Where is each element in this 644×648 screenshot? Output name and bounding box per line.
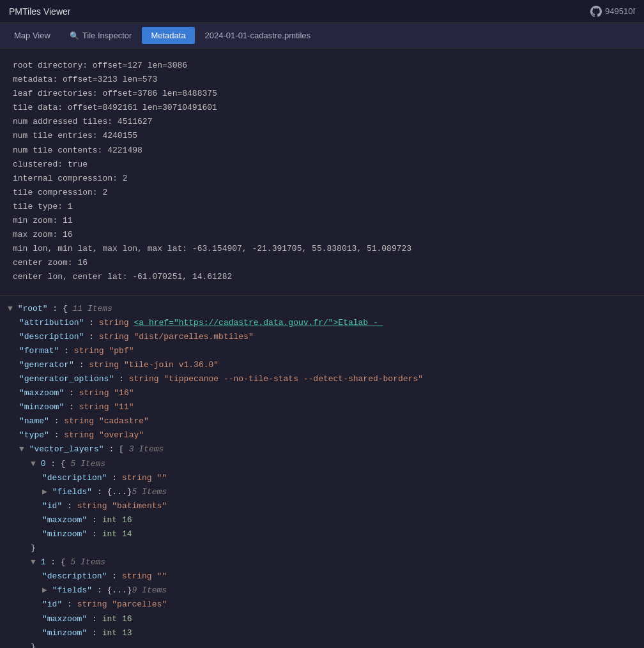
- metadata-line-7: num tile contents: 4221498: [13, 144, 631, 158]
- layer0-toggle[interactable]: ▼: [31, 459, 36, 469]
- layer0-minzoom: "minzoom" : int 14: [8, 527, 636, 541]
- root-count: 11 Items: [73, 304, 112, 313]
- vector-layers-line: ▼ "vector_layers" : [ 3 Items: [8, 442, 636, 456]
- description-line: "description" : string "dist/parcelles.m…: [8, 330, 636, 344]
- metadata-line-9: internal compression: 2: [13, 172, 631, 186]
- metadata-line-5: num addressed tiles: 4511627: [13, 115, 631, 129]
- navbar: Map View 🔍 Tile Inspector Metadata 2024-…: [0, 23, 644, 49]
- layer0-fields: ▶ "fields" : {...}5 Items: [8, 485, 636, 499]
- vector-layers-toggle[interactable]: ▼: [19, 444, 24, 454]
- layer0-maxzoom: "maxzoom" : int 16: [8, 513, 636, 527]
- metadata-line-8: clustered: true: [13, 158, 631, 172]
- root-toggle[interactable]: ▼: [8, 304, 13, 313]
- metadata-line-3: leaf directories: offset=3786 len=848837…: [13, 87, 631, 101]
- tab-metadata-label: Metadata: [151, 31, 185, 40]
- root-line: ▼ "root" : { 11 Items: [8, 302, 636, 316]
- tab-map-view[interactable]: Map View: [5, 27, 59, 44]
- tab-file: 2024-01-01-cadastre.pmtiles: [196, 27, 319, 44]
- format-line: "format" : string "pbf": [8, 344, 636, 358]
- json-tree: ▼ "root" : { 11 Items "attribution" : st…: [0, 296, 644, 649]
- metadata-line-4: tile data: offset=8492161 len=3071049160…: [13, 101, 631, 115]
- tab-metadata[interactable]: Metadata: [142, 27, 194, 44]
- metadata-line-12: min zoom: 11: [13, 214, 631, 228]
- github-link[interactable]: 949510f: [590, 6, 635, 17]
- layer1-header: ▼ 1 : { 5 Items: [8, 555, 636, 569]
- generator-options-line: "generator_options" : string "tippecanoe…: [8, 372, 636, 386]
- layer1-fields-toggle[interactable]: ▶: [42, 585, 47, 595]
- attribution-line: "attribution" : string <a href="https://…: [8, 316, 636, 330]
- metadata-line-6: num tile entries: 4240155: [13, 129, 631, 143]
- tab-file-label: 2024-01-01-cadastre.pmtiles: [205, 31, 310, 40]
- metadata-line-1: root directory: offset=127 len=3086: [13, 59, 631, 73]
- tab-map-view-label: Map View: [14, 31, 50, 40]
- type-line: "type" : string "overlay": [8, 428, 636, 442]
- layer1-fields: ▶ "fields" : {...}9 Items: [8, 584, 636, 598]
- layer1-close: }: [8, 640, 636, 648]
- metadata-line-15: center zoom: 16: [13, 256, 631, 270]
- layer1-maxzoom: "maxzoom" : int 16: [8, 612, 636, 626]
- root-key: "root": [18, 304, 48, 313]
- metadata-line-11: tile type: 1: [13, 200, 631, 214]
- layer0-id: "id" : string "batiments": [8, 499, 636, 513]
- metadata-section: root directory: offset=127 len=3086 meta…: [0, 49, 644, 296]
- layer0-desc: "description" : string "": [8, 471, 636, 485]
- layer1-toggle[interactable]: ▼: [31, 557, 36, 567]
- layer1-minzoom: "minzoom" : int 13: [8, 626, 636, 640]
- metadata-line-2: metadata: offset=3213 len=573: [13, 73, 631, 87]
- titlebar: PMTiles Viewer 949510f: [0, 0, 644, 23]
- layer1-desc: "description" : string "": [8, 569, 636, 584]
- metadata-line-13: max zoom: 16: [13, 228, 631, 242]
- minzoom-line: "minzoom" : string "11": [8, 400, 636, 414]
- layer0-header: ▼ 0 : { 5 Items: [8, 457, 636, 471]
- tab-tile-inspector-label: Tile Inspector: [82, 31, 132, 40]
- github-icon: [590, 6, 602, 17]
- metadata-line-16: center lon, center lat: -61.070251, 14.6…: [13, 270, 631, 284]
- name-line: "name" : string "cadastre": [8, 414, 636, 428]
- layer1-id: "id" : string "parcelles": [8, 598, 636, 612]
- generator-line: "generator" : string "tile-join v1.36.0": [8, 358, 636, 372]
- tab-tile-inspector[interactable]: 🔍 Tile Inspector: [61, 27, 141, 44]
- metadata-line-10: tile compression: 2: [13, 186, 631, 200]
- layer0-fields-toggle[interactable]: ▶: [42, 487, 47, 497]
- github-commit: 949510f: [605, 6, 635, 16]
- search-icon: 🔍: [70, 31, 79, 40]
- metadata-line-14: min lon, min lat, max lon, max lat: -63.…: [13, 242, 631, 256]
- layer0-close: }: [8, 541, 636, 555]
- maxzoom-line: "maxzoom" : string "16": [8, 386, 636, 400]
- app-title: PMTiles Viewer: [9, 6, 70, 17]
